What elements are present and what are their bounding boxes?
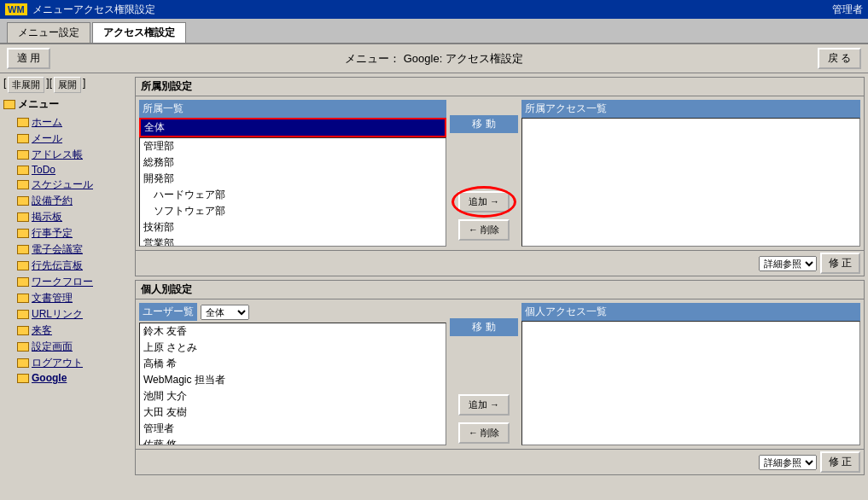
list-item[interactable]: ハードウェア部 [140,187,446,203]
affiliation-selected-item[interactable]: 全体 [139,118,446,137]
individual-user-column: ユーザー覧 全体 管理部 総務部 開発部 技術部 営業部 鈴木 友香 上原 さと… [139,303,446,445]
folder-icon-addressbook [17,150,29,160]
add-button-wrapper: 追加 → [458,191,510,212]
bracket-mid: ][ [46,77,52,93]
list-item[interactable]: 大田 友樹 [140,404,446,421]
list-item[interactable]: 管理部 [140,138,446,154]
affiliation-remove-button[interactable]: ← 削除 [458,219,510,241]
affiliation-section-body: 所属一覧 全体 管理部 総務部 開発部 ハードウェア部 ソフトウェア部 技術部 … [136,96,864,250]
sidebar-item-settings[interactable]: 設定画面 [3,339,131,355]
admin-label: 管理者 [832,3,863,17]
individual-remove-button[interactable]: ← 削除 [458,422,510,444]
list-item[interactable]: 池間 大介 [140,388,446,404]
individual-modify-button[interactable]: 修 正 [820,451,860,473]
tab-access-settings[interactable]: アクセス権設定 [92,22,186,43]
list-item[interactable]: 佐藤 悠 [140,437,446,445]
individual-move-label: 移 動 [450,318,518,336]
folder-icon-message [17,261,29,270]
tab-bar: メニュー設定 アクセス権設定 [0,19,868,44]
folder-icon-urllinks [17,310,29,319]
affiliation-listbox[interactable]: 管理部 総務部 開発部 ハードウェア部 ソフトウェア部 技術部 営業部 [139,137,446,247]
wm-logo: WM [5,3,27,15]
list-item[interactable]: ソフトウェア部 [140,203,446,219]
folder-icon-documents [17,294,29,303]
affiliation-move-label: 移 動 [450,115,518,133]
sidebar-item-home[interactable]: ホーム [3,114,131,131]
folder-icon-google [17,374,29,383]
user-dept-select[interactable]: 全体 管理部 総務部 開発部 技術部 営業部 [201,305,249,320]
sidebar-item-conference[interactable]: 電子会議室 [3,241,131,258]
affiliation-detail-select[interactable]: 詳細参照 [759,256,817,271]
sidebar-item-todo[interactable]: ToDo [3,163,131,177]
individual-move-buttons: 追加 → ← 削除 [458,394,510,444]
sidebar-controls: [ 非展開 ][ 展開 ] [3,77,131,93]
affiliation-list-column: 所属一覧 全体 管理部 総務部 開発部 ハードウェア部 ソフトウェア部 技術部 … [139,100,446,247]
sidebar-item-urllinks[interactable]: URLリンク [3,306,131,323]
folder-icon-mail [17,134,29,143]
affiliation-section-title: 所属別設定 [136,78,864,96]
individual-detail-select[interactable]: 詳細参照 [759,455,817,470]
tab-menu-settings[interactable]: メニュー設定 [7,22,90,43]
affiliation-access-listbox[interactable] [521,118,860,247]
folder-icon-schedule [17,180,29,189]
individual-access-label: 個人アクセス一覧 [521,303,860,321]
list-item[interactable]: 総務部 [140,154,446,171]
sidebar-items: ホーム メール アドレス帳 ToDo スケジュール 設備予約 [3,114,131,385]
sidebar-item-visitor[interactable]: 来客 [3,323,131,339]
list-item[interactable]: WebMagic 担当者 [140,372,446,388]
user-list-label: ユーザー覧 [139,303,197,321]
individual-access-listbox[interactable] [521,321,860,445]
affiliation-section-bottom: 詳細参照 修 正 [136,250,864,276]
toolbar-left: 適 用 [7,48,50,69]
list-item[interactable]: 上原 さとみ [140,340,446,356]
user-listbox[interactable]: 鈴木 友香 上原 さとみ 高橋 希 WebMagic 担当者 池間 大介 大田 … [139,323,446,445]
list-item[interactable]: 鈴木 友香 [140,323,446,340]
folder-icon-workflow [17,277,29,287]
right-panel: 所属別設定 所属一覧 全体 管理部 総務部 開発部 ハードウェア部 ソフトウェア… [135,77,865,498]
sidebar-item-facility[interactable]: 設備予約 [3,193,131,209]
list-item[interactable]: 技術部 [140,219,446,235]
folder-icon-events [17,229,29,238]
user-list-header: ユーザー覧 全体 管理部 総務部 開発部 技術部 営業部 [139,303,446,321]
affiliation-add-button[interactable]: 追加 → [458,191,510,212]
affiliation-move-column: 移 動 追加 → ← 削除 [450,100,518,247]
expand-button[interactable]: 展開 [54,77,81,93]
affiliation-modify-button[interactable]: 修 正 [820,253,860,274]
apply-button[interactable]: 適 用 [7,48,50,69]
toolbar: 適 用 メニュー： Google: アクセス権設定 戻 る [0,44,868,73]
sidebar-item-bulletin[interactable]: 掲示板 [3,209,131,225]
sidebar-item-message[interactable]: 行先伝言板 [3,258,131,274]
sidebar-item-events[interactable]: 行事予定 [3,225,131,241]
menu-title: メニュー： Google: アクセス権設定 [50,51,817,67]
folder-icon-home [17,118,29,127]
affiliation-list-label: 所属一覧 [139,100,446,118]
affiliation-access-column: 所属アクセス一覧 [521,100,860,247]
list-item[interactable]: 営業部 [140,235,446,247]
individual-section: 個人別設定 ユーザー覧 全体 管理部 総務部 開発部 技術部 営業部 [135,280,865,475]
list-item[interactable]: 高橋 希 [140,356,446,372]
sidebar-item-workflow[interactable]: ワークフロー [3,274,131,290]
folder-icon-conference [17,245,29,254]
back-button[interactable]: 戻 る [818,48,861,69]
title-bar: WM メニューアクセス権限設定 管理者 [0,0,868,19]
bracket-close: ] [83,77,85,93]
individual-section-bottom: 詳細参照 修 正 [136,449,864,474]
list-item[interactable]: 管理者 [140,421,446,437]
sidebar-root-menu[interactable]: メニュー [3,96,131,113]
sidebar-item-google[interactable]: Google [3,371,131,385]
collapse-button[interactable]: 非展開 [8,77,44,93]
individual-section-body: ユーザー覧 全体 管理部 総務部 開発部 技術部 営業部 鈴木 友香 上原 さと… [136,299,864,449]
sidebar-item-addressbook[interactable]: アドレス帳 [3,147,131,163]
folder-icon-settings [17,342,29,352]
sidebar-item-mail[interactable]: メール [3,131,131,147]
folder-icon [3,100,15,109]
sidebar-item-schedule[interactable]: スケジュール [3,177,131,193]
bracket-open: [ [3,77,6,93]
sidebar-item-logout[interactable]: ログアウト [3,355,131,371]
title-bar-left: WM メニューアクセス権限設定 [5,3,155,17]
affiliation-move-buttons: 追加 → ← 削除 [458,191,510,241]
list-item[interactable]: 開発部 [140,171,446,187]
sidebar-item-documents[interactable]: 文書管理 [3,290,131,306]
individual-add-button[interactable]: 追加 → [458,394,510,416]
sidebar: [ 非展開 ][ 展開 ] メニュー ホーム メール アドレス帳 [3,77,131,498]
